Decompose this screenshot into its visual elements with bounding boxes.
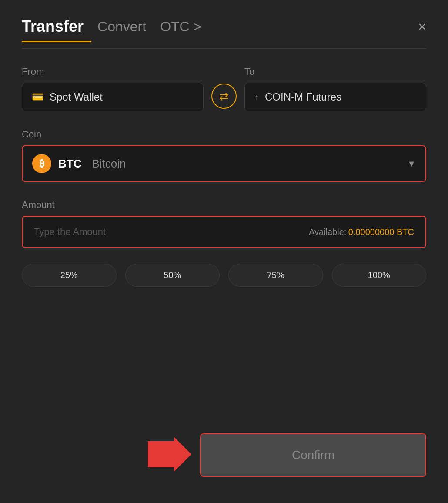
swap-button[interactable]: ⇄ [211,84,237,109]
tab-otc[interactable]: OTC > [160,19,201,35]
percent-25-button[interactable]: 25% [22,264,117,287]
to-wallet-selector[interactable]: ↑ COIN-M Futures [244,83,426,111]
percent-100-button[interactable]: 100% [332,264,427,287]
from-group: From 💳 Spot Wallet [22,66,204,111]
tab-transfer[interactable]: Transfer [22,17,84,36]
coin-chevron-icon: ▼ [407,159,416,169]
to-wallet-name: COIN-M Futures [265,91,341,103]
from-wallet-selector[interactable]: 💳 Spot Wallet [22,83,204,111]
confirm-button[interactable]: Confirm [200,433,426,477]
percent-75-button[interactable]: 75% [228,264,323,287]
coin-section: Coin ₿ BTC Bitcoin ▼ [22,129,426,182]
from-to-section: From 💳 Spot Wallet ⇄ To ↑ COIN-M Futures [22,66,426,111]
confirm-section: Confirm [22,416,426,477]
available-value: 0.00000000 BTC [348,227,414,237]
to-group: To ↑ COIN-M Futures [244,66,426,111]
header-divider [22,48,426,49]
amount-section: Amount Type the Amount Available: 0.0000… [22,199,426,248]
wallet-card-icon: 💳 [32,91,43,103]
coin-selector[interactable]: ₿ BTC Bitcoin ▼ [22,145,426,182]
percent-section: 25% 50% 75% 100% [22,264,426,287]
arrow-icon [148,437,191,472]
futures-icon: ↑ [254,92,259,102]
amount-placeholder: Type the Amount [34,226,106,238]
coin-symbol: BTC [58,157,81,171]
active-tab-underline [22,41,91,42]
btc-icon: ₿ [32,154,51,173]
transfer-modal: Transfer Convert OTC > × From 💳 Spot Wal… [0,0,448,503]
svg-marker-0 [148,437,191,472]
coin-full-name: Bitcoin [92,157,126,171]
tab-convert[interactable]: Convert [97,19,146,35]
swap-icon: ⇄ [219,90,229,103]
modal-header: Transfer Convert OTC > × [22,17,426,36]
available-info: Available: 0.00000000 BTC [309,227,414,237]
swap-container: ⇄ [204,84,244,111]
coin-label: Coin [22,129,426,140]
arrow-indicator [148,437,191,473]
amount-label: Amount [22,199,426,211]
available-label: Available: [309,227,346,237]
amount-input-box[interactable]: Type the Amount Available: 0.00000000 BT… [22,216,426,248]
from-wallet-name: Spot Wallet [50,91,103,103]
percent-50-button[interactable]: 50% [125,264,220,287]
from-label: From [22,66,204,77]
close-button[interactable]: × [418,20,426,34]
btc-symbol: ₿ [40,158,44,169]
to-label: To [244,66,426,77]
